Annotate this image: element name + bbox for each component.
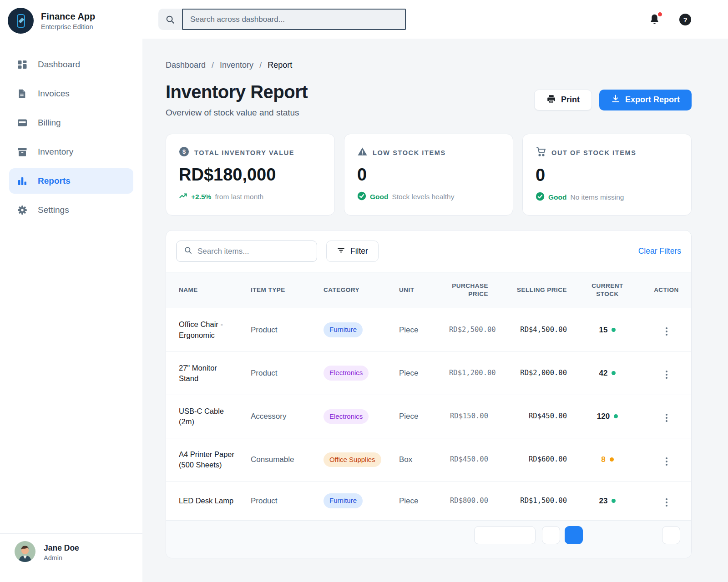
stock-count: 15 (599, 326, 608, 334)
sidebar-item-label: Invoices (38, 89, 70, 99)
stock-status-dot (612, 371, 616, 375)
item-name: Office Chair - Ergonomic (166, 308, 244, 351)
printer-icon (546, 94, 556, 106)
stock-count: 120 (597, 412, 610, 421)
item-unit: Box (393, 438, 443, 482)
breadcrumb-inventory[interactable]: Inventory (220, 60, 253, 70)
sidebar-item-inventory[interactable]: Inventory (9, 139, 133, 165)
item-type: Product (244, 482, 317, 521)
current-stock: 42 (573, 351, 642, 395)
filter-label: Filter (350, 246, 368, 256)
column-header: SELLING PRICE (495, 272, 573, 308)
purchase-price: RD$150.00 (443, 395, 495, 438)
row-actions-button[interactable] (663, 325, 670, 338)
global-search (158, 9, 406, 30)
app-logo-icon (8, 8, 34, 34)
selling-price: RD$600.00 (495, 438, 573, 482)
column-header: CATEGORY (317, 272, 393, 308)
prev-page-button[interactable] (542, 526, 560, 544)
stat-card-total-value: $ TOTAL INVENTORY VALUE RD$180,000 +2.5% (166, 134, 335, 216)
print-label: Print (561, 95, 580, 105)
current-stock: 120 (573, 395, 642, 438)
stat-status-note: Stock levels healthy (392, 193, 454, 201)
sidebar-item-label: Billing (38, 118, 61, 128)
sidebar-item-settings[interactable]: Settings (9, 197, 133, 223)
purchase-price: RD$800.00 (443, 482, 495, 521)
stock-count: 42 (599, 369, 608, 377)
main-area: ? Dashboard / Inventory / Report Invento… (142, 0, 728, 582)
table-row: USB-C Cable (2m)AccessoryElectronicsPiec… (166, 395, 691, 438)
invoices-icon (17, 88, 28, 99)
billing-icon (17, 117, 28, 128)
item-type: Product (244, 308, 317, 351)
current-page-button[interactable] (565, 526, 583, 544)
user-profile[interactable]: Jane Doe Admin (0, 533, 142, 582)
reports-icon (17, 176, 28, 186)
sidebar-item-label: Settings (38, 205, 69, 215)
help-button[interactable]: ? (679, 13, 692, 26)
svg-text:?: ? (683, 15, 687, 23)
row-actions-button[interactable] (663, 411, 670, 425)
item-name: USB-C Cable (2m) (166, 395, 244, 438)
app-name: Finance App (41, 11, 95, 22)
stat-status-note: No items missing (570, 193, 624, 201)
check-circle-icon (357, 191, 366, 202)
sidebar-item-invoices[interactable]: Invoices (9, 81, 133, 106)
page-title: Inventory Report (166, 82, 308, 102)
download-icon (611, 94, 620, 105)
stat-label: OUT OF STOCK ITEMS (551, 149, 636, 156)
clear-filters-link[interactable]: Clear Filters (638, 246, 681, 256)
global-search-input[interactable] (182, 9, 406, 30)
stat-status: Good (548, 193, 566, 201)
purchase-price: RD$1,200.00 (443, 351, 495, 395)
row-actions-button[interactable] (663, 455, 670, 468)
item-category-cell: Electronics (317, 351, 393, 395)
inventory-table: NAMEITEM TYPECATEGORYUNITPURCHASE PRICES… (166, 272, 691, 520)
action-cell (642, 308, 691, 351)
purchase-price: RD$450.00 (443, 438, 495, 482)
rows-per-page-select[interactable] (474, 526, 536, 544)
breadcrumb-dashboard[interactable]: Dashboard (166, 60, 206, 70)
next-page-button[interactable] (662, 526, 680, 544)
notifications-button[interactable] (648, 13, 661, 25)
trend-up-icon (179, 191, 187, 202)
stock-count: 8 (601, 455, 605, 464)
filter-button[interactable]: Filter (326, 241, 379, 262)
breadcrumb-current: Report (268, 60, 292, 70)
item-category-cell: Electronics (317, 395, 393, 438)
items-search (176, 241, 317, 262)
item-category-cell: Office Supplies (317, 438, 393, 482)
stock-count: 23 (599, 497, 608, 505)
row-actions-button[interactable] (663, 496, 670, 509)
selling-price: RD$4,500.00 (495, 308, 573, 351)
user-role: Admin (44, 554, 79, 562)
pagination (166, 520, 691, 558)
stat-label: TOTAL INVENTORY VALUE (194, 149, 294, 156)
check-circle-icon (536, 192, 545, 203)
stock-status-dot (610, 457, 614, 462)
table-row: 27" Monitor StandProductElectronicsPiece… (166, 351, 691, 395)
category-badge: Electronics (324, 409, 369, 424)
items-search-input[interactable] (197, 247, 309, 256)
row-actions-button[interactable] (663, 368, 670, 381)
action-cell (642, 482, 691, 521)
print-button[interactable]: Print (534, 90, 592, 110)
item-type: Consumable (244, 438, 317, 482)
item-unit: Piece (393, 395, 443, 438)
item-unit: Piece (393, 351, 443, 395)
table-row: LED Desk LampProductFurniturePieceRD$800… (166, 482, 691, 521)
user-name: Jane Doe (44, 543, 79, 553)
item-category-cell: Furniture (317, 308, 393, 351)
stat-trend: +2.5% (191, 193, 211, 201)
column-header: UNIT (393, 272, 443, 308)
column-header: ACTION (642, 272, 691, 308)
table-body: Office Chair - ErgonomicProductFurniture… (166, 308, 691, 520)
stat-value: RD$180,000 (179, 165, 322, 185)
current-stock: 8 (573, 438, 642, 482)
sidebar-item-dashboard[interactable]: Dashboard (9, 52, 133, 77)
sidebar-item-billing[interactable]: Billing (9, 110, 133, 135)
sidebar-item-reports[interactable]: Reports (9, 168, 133, 194)
purchase-price: RD$2,500.00 (443, 308, 495, 351)
topbar: ? (142, 0, 728, 39)
export-report-button[interactable]: Export Report (599, 90, 692, 110)
